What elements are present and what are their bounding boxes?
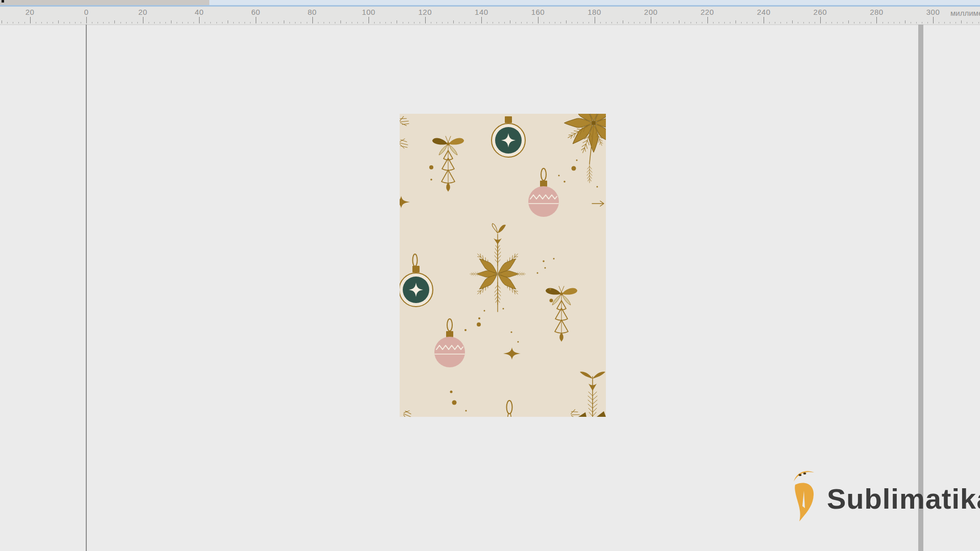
ruler-tick xyxy=(696,22,697,23)
ruler-label: 180 xyxy=(587,8,601,16)
ruler-tick xyxy=(803,22,804,23)
ruler-label: 20 xyxy=(26,8,35,16)
splatter-dot xyxy=(430,179,432,181)
ruler-tick xyxy=(888,22,889,23)
ruler-tick xyxy=(160,22,160,23)
splatter-dot xyxy=(477,322,481,327)
ruler-label: 260 xyxy=(814,8,827,16)
ruler-tick xyxy=(273,22,273,23)
splatter-dot xyxy=(429,165,433,169)
ruler-tick xyxy=(92,22,92,23)
ruler-tick xyxy=(809,22,810,23)
ruler-tick xyxy=(651,17,651,23)
ruler-tick xyxy=(978,22,979,23)
ruler-tick xyxy=(707,17,708,23)
ruler-unit-label: миллиметры xyxy=(950,9,980,17)
ruler-tick xyxy=(905,20,905,23)
page-boundary-line xyxy=(86,24,87,551)
ruler-tick xyxy=(380,22,380,23)
ruler-tick xyxy=(289,22,290,23)
ruler-tick xyxy=(933,17,934,23)
splatter-dot xyxy=(543,260,545,262)
christmas-pattern-image xyxy=(400,114,606,417)
ruler-tick xyxy=(848,20,849,23)
ruler-tick xyxy=(391,22,391,23)
ruler-tick xyxy=(41,22,42,23)
ruler-tick xyxy=(549,22,550,23)
bauble-pink xyxy=(434,319,465,367)
ruler-label: 40 xyxy=(195,8,204,16)
ruler-tick xyxy=(36,22,36,23)
ruler-tick xyxy=(702,22,702,23)
ruler-tick xyxy=(340,20,341,23)
ruler-tick xyxy=(950,22,950,23)
ruler-tick xyxy=(826,22,826,23)
ruler-tick xyxy=(741,22,742,23)
ruler-tick xyxy=(640,22,640,23)
ruler-tick xyxy=(566,20,567,23)
ruler-tick xyxy=(335,22,335,23)
pattern-artwork[interactable] xyxy=(400,114,606,417)
ruler-tick xyxy=(831,22,832,23)
ruler-tick xyxy=(222,22,223,23)
ruler-tick xyxy=(538,17,538,23)
ruler-tick xyxy=(414,22,414,23)
ruler-tick xyxy=(972,22,973,23)
ruler-tick xyxy=(385,22,386,23)
ruler-tick xyxy=(216,22,217,23)
horizontal-ruler[interactable]: миллиметры 20020406080100120140160180200… xyxy=(0,7,980,25)
horizontal-scrollbar[interactable] xyxy=(0,0,980,5)
ruler-tick xyxy=(560,22,561,23)
bauble-green xyxy=(400,266,433,307)
ruler-tick xyxy=(691,22,691,23)
sprig-fragment xyxy=(403,410,412,417)
ruler-tick xyxy=(75,22,76,23)
ruler-tick xyxy=(470,22,471,23)
wire-loop xyxy=(413,254,418,266)
ruler-tick xyxy=(301,22,301,23)
splatter-dot xyxy=(553,258,555,260)
ruler-tick xyxy=(436,22,437,23)
ruler-tick xyxy=(668,22,668,23)
ruler-tick xyxy=(481,17,482,23)
ruler-tick xyxy=(939,22,939,23)
splatter-dot xyxy=(576,160,578,161)
ruler-label: 160 xyxy=(531,8,545,16)
cursor-artifact xyxy=(2,0,4,3)
ruler-label: 140 xyxy=(475,8,488,16)
splatter-dot xyxy=(549,288,551,290)
ruler-tick xyxy=(103,22,104,23)
ruler-tick xyxy=(244,22,245,23)
ruler-tick xyxy=(137,22,138,23)
splatter-dot xyxy=(545,267,546,269)
ruler-tick xyxy=(210,22,211,23)
ruler-tick xyxy=(724,22,725,23)
ruler-tick xyxy=(752,22,753,23)
ruler-tick xyxy=(623,20,623,23)
ruler-tick xyxy=(307,22,307,23)
ruler-tick xyxy=(865,22,866,23)
ruler-tick xyxy=(7,22,8,23)
sprig-fragment xyxy=(400,115,410,127)
splatter-dot xyxy=(564,181,566,183)
ruler-tick xyxy=(18,22,19,23)
ruler-tick xyxy=(600,22,601,23)
splatter-dot xyxy=(478,317,480,319)
ruler-tick xyxy=(606,22,606,23)
ruler-tick xyxy=(86,17,87,23)
ruler-tick xyxy=(47,22,47,23)
ruler-tick xyxy=(684,22,685,23)
ruler-tick xyxy=(510,20,510,23)
ruler-tick xyxy=(205,22,205,23)
snowflake xyxy=(470,223,526,312)
ruler-tick xyxy=(758,22,758,23)
horizontal-scrollbar-thumb[interactable] xyxy=(0,0,209,5)
ruler-label: 120 xyxy=(418,8,432,16)
ruler-tick xyxy=(324,22,324,23)
ruler-tick xyxy=(126,22,127,23)
ruler-tick xyxy=(656,22,657,23)
ruler-tick xyxy=(369,17,369,23)
ruler-tick xyxy=(854,22,854,23)
ruler-tick xyxy=(764,17,764,23)
ruler-tick xyxy=(634,22,634,23)
